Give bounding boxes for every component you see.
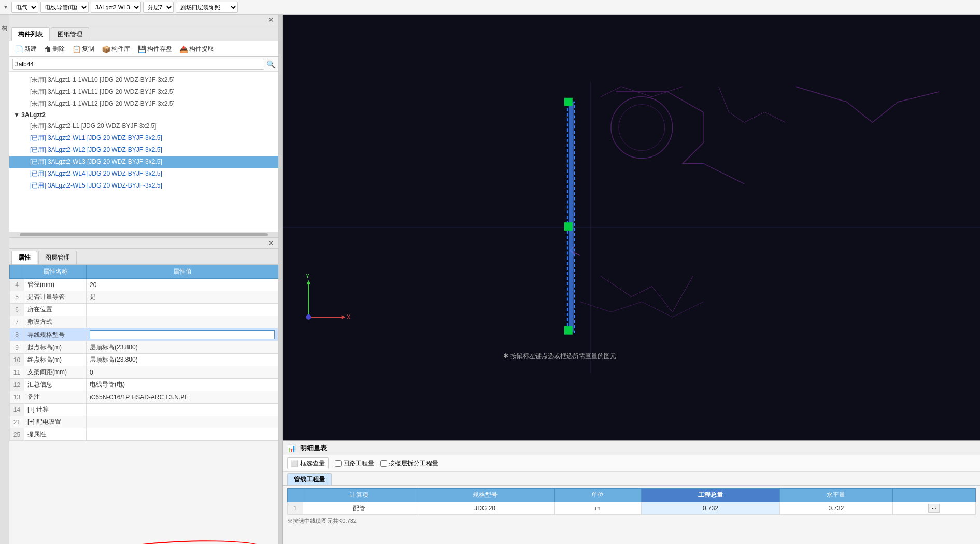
attr-row[interactable]: 13备注iC65N-C16/1P HSAD-ARC L3.N.PE [10, 391, 278, 404]
attr-col-name: 属性名称 [24, 265, 87, 279]
copy-button[interactable]: 📋 复制 [70, 44, 96, 54]
checkbox-floor[interactable]: 按楼层拆分工程量 [380, 459, 438, 468]
component-toolbar: 📄 新建 🗑 删除 📋 复制 📦 构件库 💾 构件存盘 [9, 41, 278, 57]
tree-item[interactable]: [已用] 3ALgzt2-WL5 [JDG 20 WDZ-BYJF-3x2.5] [9, 180, 278, 192]
attr-row-num: 9 [10, 341, 24, 354]
checkbox-loop[interactable]: 回路工程量 [335, 459, 374, 468]
detail-col-total: 工程总量 [642, 489, 780, 502]
attr-row-value: 0 [87, 366, 278, 379]
detail-row-calc: 配管 [303, 502, 416, 515]
svg-rect-7 [564, 98, 573, 106]
detail-col-horizontal: 水平量 [780, 489, 893, 502]
attr-row[interactable]: 12汇总信息电线导管(电) [10, 379, 278, 391]
new-button[interactable]: 📄 新建 [12, 44, 39, 54]
toolbar-select-conduit-type[interactable]: 电线导管(电) [40, 2, 89, 13]
delete-button[interactable]: 🗑 删除 [42, 44, 67, 54]
extract-button[interactable]: 📤 构件提取 [177, 44, 216, 54]
detail-col-more [892, 489, 975, 502]
attr-panel-close-btn[interactable]: ✕ [266, 239, 276, 247]
toolbar-select-layer[interactable]: 分层7 [143, 2, 174, 13]
attr-value-input[interactable] [90, 330, 275, 339]
toolbar-select-discipline[interactable]: 电气 [11, 2, 38, 13]
attr-row[interactable]: 8导线规格型号 [10, 328, 278, 341]
tree-item[interactable]: [未用] 3ALgzt1-1-1WL12 [JDG 20 WDZ-BYJF-3x… [9, 98, 278, 110]
attr-row-name: 是否计量导管 [24, 291, 87, 304]
attr-row-value[interactable] [87, 328, 278, 341]
detail-tab-row: 管线工程量 [283, 472, 980, 486]
extract-icon: 📤 [179, 45, 188, 53]
select-area-label: 框选查量 [300, 459, 325, 468]
attr-row-name: 导线规格型号 [24, 328, 87, 341]
detail-col-num [288, 489, 303, 502]
save-label: 构件存盘 [147, 45, 172, 53]
new-icon: 📄 [15, 45, 23, 53]
tree-item[interactable]: [已用] 3ALgzt2-WL3 [JDG 20 WDZ-BYJF-3x2.5] [9, 156, 278, 168]
tree-item[interactable]: [已用] 3ALgzt2-WL2 [JDG 20 WDZ-BYJF-3x2.5] [9, 144, 278, 156]
attr-table-wrapper: 属性名称 属性值 4管径(mm)205是否计量导管是6所在位置7敷设方式8导线规… [9, 265, 278, 544]
panel-close-btn[interactable]: ✕ [266, 16, 276, 24]
attr-row-num: 12 [10, 379, 24, 391]
checkbox-loop-input[interactable] [335, 460, 342, 467]
attr-row[interactable]: 25提属性 [10, 428, 278, 441]
checkbox-floor-label: 按楼层拆分工程量 [389, 459, 438, 468]
tab-pipe-quantity[interactable]: 管线工程量 [287, 473, 332, 485]
detail-panel: 📊 明细量表 ⬜ 框选查量 回路工程量 按楼层拆分工程量 [283, 440, 980, 544]
toolbar-select-project[interactable]: 剧场四层装饰照 [176, 2, 238, 13]
attr-row-name: 敷设方式 [24, 316, 87, 328]
search-input[interactable] [12, 59, 264, 70]
attr-row[interactable]: 7敷设方式 [10, 316, 278, 328]
detail-row-horizontal: 0.732 [780, 502, 893, 515]
attr-row[interactable]: 14[+] 计算 [10, 404, 278, 416]
checkbox-floor-input[interactable] [380, 460, 387, 467]
svg-rect-9 [564, 326, 573, 335]
attr-row[interactable]: 21[+] 配电设置 [10, 416, 278, 428]
tab-attr[interactable]: 属性 [11, 251, 37, 264]
library-button[interactable]: 📦 构件库 [100, 44, 132, 54]
attr-row-value [87, 428, 278, 441]
save-icon: 💾 [137, 45, 146, 53]
save-button[interactable]: 💾 构件存盘 [135, 44, 174, 54]
attr-header-row: ✕ [9, 238, 278, 249]
attr-row-num: 21 [10, 416, 24, 428]
component-tree[interactable]: [未用] 3ALgzt1-1-1WL10 [JDG 20 WDZ-BYJF-3x… [9, 72, 278, 232]
more-options-btn[interactable]: ··· [928, 504, 940, 513]
attr-row-value: 20 [87, 279, 278, 291]
collapse-label-construct[interactable]: 构 [0, 19, 9, 23]
detail-table-wrap: 计算项 规格型号 单位 工程总量 水平量 1配管JDG 20m0.7320.73… [283, 486, 980, 544]
tree-item[interactable]: [已用] 3ALgzt2-WL1 [JDG 20 WDZ-BYJF-3x2.5] [9, 132, 278, 144]
tree-item[interactable]: [未用] 3ALgzt2-L1 [JDG 20 WDZ-BYJF-3x2.5] [9, 120, 278, 132]
search-icon[interactable]: 🔍 [266, 60, 275, 68]
attr-row-name: 支架间距(mm) [24, 366, 87, 379]
tree-item[interactable]: [已用] 3ALgzt2-WL4 [JDG 20 WDZ-BYJF-3x2.5] [9, 168, 278, 180]
attr-row[interactable]: 4管径(mm)20 [10, 279, 278, 291]
attr-row-num: 14 [10, 404, 24, 416]
cad-viewport[interactable]: Y X ✱ 按鼠标左键点选或框选所需查量的图元 [283, 15, 980, 440]
detail-row-unit: m [554, 502, 641, 515]
attr-row[interactable]: 10终点标高(m)层顶标高(23.800) [10, 354, 278, 366]
attr-row[interactable]: 5是否计量导管是 [10, 291, 278, 304]
detail-title: 明细量表 [300, 443, 327, 453]
panel-resize-handle[interactable] [279, 15, 283, 544]
attr-row[interactable]: 11支架间距(mm)0 [10, 366, 278, 379]
tree-item[interactable]: [未用] 3ALgzt1-1-1WL10 [JDG 20 WDZ-BYJF-3x… [9, 74, 278, 86]
attr-row[interactable]: 6所在位置 [10, 304, 278, 316]
attr-row-num: 11 [10, 366, 24, 379]
tab-layer-mgmt[interactable]: 图层管理 [38, 251, 77, 264]
attr-row[interactable]: 9起点标高(m)层顶标高(23.800) [10, 341, 278, 354]
attr-panel: ✕ 属性 图层管理 属性名称 属性值 4管径(mm)205是否计 [9, 237, 278, 544]
tab-component-list[interactable]: 构件列表 [11, 27, 50, 41]
attr-row-name: 所在位置 [24, 304, 87, 316]
copy-icon: 📋 [72, 45, 81, 53]
toolbar-select-circuit[interactable]: 3ALgzt2-WL3 [91, 2, 141, 13]
tree-item[interactable]: ▼ 3ALgzt2 [9, 110, 278, 120]
tab-drawing-mgmt[interactable]: 图纸管理 [51, 27, 89, 41]
detail-row-more[interactable]: ··· [892, 502, 975, 515]
dropdown-arrow-1[interactable]: ▼ [2, 4, 9, 10]
tree-item[interactable]: [未用] 3ALgzt1-1-1WL11 [JDG 20 WDZ-BYJF-3x… [9, 86, 278, 98]
attr-row-name: 管径(mm) [24, 279, 87, 291]
attr-row-value [87, 404, 278, 416]
svg-rect-8 [564, 222, 573, 231]
extract-label: 构件提取 [189, 45, 214, 53]
select-area-btn[interactable]: ⬜ 框选查量 [287, 457, 329, 469]
checkbox-loop-label: 回路工程量 [343, 459, 374, 468]
